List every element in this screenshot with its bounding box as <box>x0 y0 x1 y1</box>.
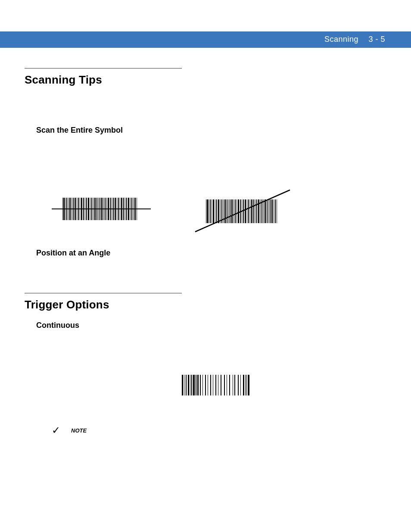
svg-rect-64 <box>234 199 234 223</box>
note-label: NOTE <box>71 427 87 434</box>
svg-rect-86 <box>270 199 271 223</box>
svg-rect-60 <box>227 199 227 223</box>
svg-rect-67 <box>238 199 239 223</box>
svg-rect-74 <box>250 199 250 223</box>
svg-rect-93 <box>184 375 184 395</box>
svg-rect-47 <box>206 199 206 223</box>
svg-rect-110 <box>224 375 225 395</box>
svg-rect-61 <box>228 199 229 223</box>
svg-rect-77 <box>255 199 255 223</box>
svg-rect-49 <box>209 199 209 223</box>
svg-rect-72 <box>247 199 247 223</box>
chapter-title: Scanning <box>324 35 358 44</box>
svg-rect-118 <box>246 375 246 395</box>
svg-rect-53 <box>215 199 215 223</box>
svg-rect-63 <box>231 199 233 223</box>
svg-rect-62 <box>230 199 230 223</box>
svg-rect-92 <box>182 375 183 395</box>
svg-rect-113 <box>233 375 233 395</box>
svg-rect-100 <box>197 375 199 395</box>
svg-rect-75 <box>251 199 252 223</box>
svg-rect-73 <box>248 199 249 223</box>
heading-scanning-tips: Scanning Tips <box>25 73 102 87</box>
svg-rect-101 <box>200 375 201 395</box>
svg-rect-112 <box>229 375 230 395</box>
page-number: 3 - 5 <box>368 35 385 44</box>
svg-rect-50 <box>210 199 211 223</box>
svg-rect-82 <box>263 199 264 223</box>
svg-rect-90 <box>277 199 277 223</box>
svg-rect-48 <box>207 199 208 223</box>
svg-rect-70 <box>243 199 244 223</box>
svg-rect-84 <box>267 199 268 223</box>
svg-rect-54 <box>216 199 217 223</box>
svg-rect-109 <box>221 375 221 395</box>
svg-rect-106 <box>213 375 213 395</box>
document-page: Scanning 3 - 5 Scanning Tips Scan the En… <box>0 0 411 532</box>
svg-rect-78 <box>256 199 257 223</box>
svg-rect-87 <box>271 199 273 223</box>
svg-rect-119 <box>248 375 249 395</box>
svg-rect-103 <box>205 375 206 395</box>
svg-rect-102 <box>202 375 203 395</box>
barcode-correct-horizontal <box>52 196 151 222</box>
subheading-position-at-angle: Position at an Angle <box>36 249 110 258</box>
svg-rect-88 <box>274 199 274 223</box>
svg-rect-52 <box>213 199 214 223</box>
svg-rect-116 <box>240 375 241 395</box>
section-rule-top-2 <box>25 293 182 293</box>
barcode-continuous-option <box>181 375 252 395</box>
svg-rect-105 <box>210 375 211 395</box>
svg-rect-51 <box>212 199 212 223</box>
svg-rect-114 <box>234 375 235 395</box>
svg-rect-89 <box>275 199 276 223</box>
barcode-incorrect-diagonal <box>202 197 277 224</box>
svg-rect-59 <box>224 199 226 223</box>
svg-rect-107 <box>215 375 216 395</box>
check-icon: ✓ <box>52 424 60 436</box>
svg-rect-95 <box>188 375 189 395</box>
svg-rect-98 <box>193 375 195 395</box>
page-header-text: Scanning 3 - 5 <box>324 35 385 44</box>
svg-rect-97 <box>191 375 192 395</box>
svg-rect-83 <box>265 199 266 223</box>
svg-rect-108 <box>218 375 218 395</box>
svg-rect-117 <box>243 375 244 395</box>
svg-rect-56 <box>220 199 221 223</box>
subheading-scan-entire-symbol: Scan the Entire Symbol <box>36 126 123 135</box>
svg-rect-55 <box>218 199 219 223</box>
svg-rect-94 <box>186 375 187 395</box>
svg-rect-99 <box>196 375 196 395</box>
svg-rect-71 <box>245 199 246 223</box>
heading-trigger-options: Trigger Options <box>25 298 109 311</box>
subheading-continuous: Continuous <box>36 321 79 330</box>
svg-rect-66 <box>237 199 237 223</box>
svg-rect-104 <box>208 375 208 395</box>
svg-rect-85 <box>268 199 269 223</box>
svg-rect-115 <box>238 375 239 395</box>
svg-rect-76 <box>253 199 254 223</box>
svg-rect-96 <box>190 375 190 395</box>
svg-rect-111 <box>227 375 227 395</box>
section-rule-top-1 <box>25 68 182 68</box>
svg-rect-65 <box>235 199 236 223</box>
page-header-bar: Scanning 3 - 5 <box>0 31 411 48</box>
